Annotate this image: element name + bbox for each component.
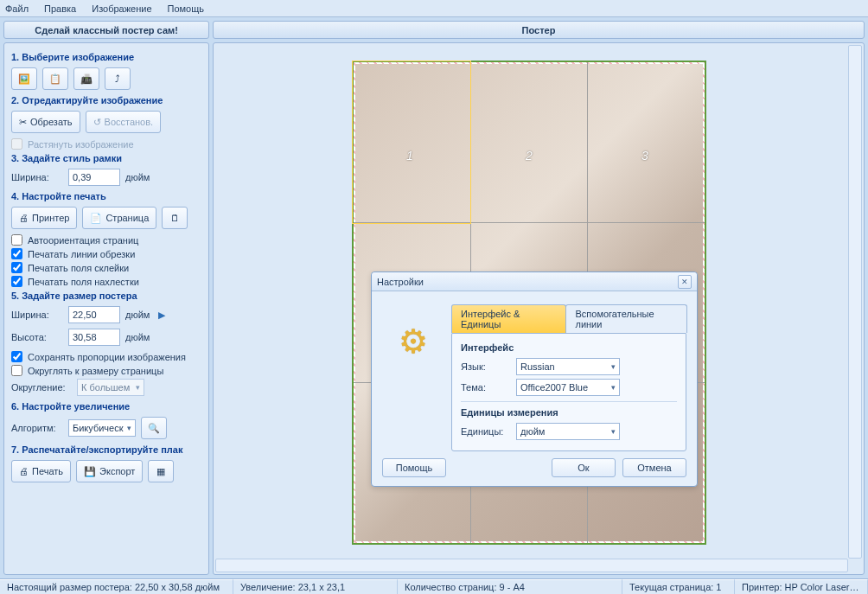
menu-image[interactable]: Изображение (92, 3, 151, 14)
section-1-title: 1. Выберите изображение (11, 52, 201, 62)
units-label: Единицы: (461, 426, 516, 437)
page-setup-icon: 🗒 (170, 213, 180, 223)
status-real-size: Настоящий размер постера: 22,50 x 30,58 … (0, 579, 233, 594)
poster-width-unit: дюйм (125, 310, 150, 320)
crop-button[interactable]: ✂Обрезать (11, 111, 80, 133)
page-label: Страница (105, 213, 149, 223)
border-width-input[interactable] (68, 169, 120, 186)
theme-select[interactable]: Office2007 Blue▾ (516, 379, 620, 396)
paste-image-button[interactable]: 📋 (42, 67, 68, 90)
scanner-icon: 📠 (80, 73, 93, 85)
export-label: Экспорт (99, 466, 135, 476)
crop-label: Обрезать (30, 117, 73, 127)
auto-orient-checkbox[interactable]: Автоориентация страниц (11, 234, 201, 246)
menu-help[interactable]: Помощь (168, 3, 205, 14)
chevron-down-icon: ▾ (611, 362, 616, 371)
page-number-3: 3 (641, 149, 648, 163)
clipboard-icon: 📋 (49, 73, 61, 85)
round-page-checkbox[interactable]: Округлять к размеру страницы (11, 365, 201, 376)
cta-button[interactable]: Сделай классный постер сам! (3, 21, 209, 39)
vertical-scrollbar[interactable] (848, 45, 862, 559)
menubar: Файл Правка Изображение Помощь (0, 0, 868, 17)
border-width-label: Ширина: (11, 172, 63, 182)
statusbar: Настоящий размер постера: 22,50 x 30,58 … (0, 578, 868, 594)
dialog-titlebar[interactable]: Настройки ✕ (372, 272, 697, 291)
keep-ratio-checkbox[interactable]: Сохранять пропорции изображения (11, 351, 201, 362)
rotate-button[interactable]: ⤴ (105, 67, 131, 90)
export-button[interactable]: 💾Экспорт (76, 460, 143, 482)
menu-edit[interactable]: Правка (44, 3, 76, 14)
chevron-down-icon: ▾ (611, 383, 616, 392)
section-7-title: 7. Распечатайте/экспортируйте плак (11, 444, 201, 455)
print-label: Печать (32, 466, 63, 476)
close-icon: ✕ (681, 278, 688, 286)
restore-button[interactable]: ↺Восстанов. (86, 111, 162, 133)
page-number-2: 2 (526, 149, 533, 163)
print-button[interactable]: 🖨Печать (11, 460, 71, 482)
language-label: Язык: (461, 361, 516, 372)
section-2-title: 2. Отредактируйте изображение (11, 95, 201, 105)
stretch-label: Растянуть изображение (28, 139, 134, 150)
poster-width-input[interactable] (68, 306, 120, 323)
printer-icon: 🖨 (19, 213, 29, 223)
horizontal-scrollbar[interactable] (215, 559, 848, 572)
poster-height-unit: дюйм (125, 332, 150, 342)
print-cut-lines-checkbox[interactable]: Печатать линии обрезки (11, 248, 201, 259)
dialog-title-text: Настройки (377, 277, 424, 287)
undo-icon: ↺ (93, 117, 101, 128)
extra-button[interactable]: ▦ (148, 460, 174, 482)
auto-orient-label: Автоориентация страниц (28, 235, 138, 246)
border-width-unit: дюйм (125, 172, 150, 182)
page-setup-button[interactable]: 🗒 (162, 207, 188, 229)
stretch-checkbox[interactable]: Растянуть изображение (11, 138, 201, 150)
close-button[interactable]: ✕ (678, 275, 692, 289)
export-icon: 💾 (84, 466, 96, 477)
magnifier-icon: 🔍 (148, 423, 160, 434)
menu-file[interactable]: Файл (5, 3, 29, 14)
tab-guidelines[interactable]: Вспомогательные линии (565, 304, 687, 333)
group-interface-title: Интерфейс (461, 342, 677, 353)
section-4-title: 4. Настройте печать (11, 191, 201, 201)
sidebar: Сделай классный постер сам! 1. Выберите … (3, 21, 209, 575)
language-select[interactable]: Russian▾ (516, 358, 620, 375)
cancel-button[interactable]: Отмена (622, 458, 686, 477)
rounding-select[interactable]: К большем▾ (77, 379, 144, 396)
selected-page[interactable] (352, 61, 471, 224)
restore-label: Восстанов. (105, 117, 154, 127)
poster-height-label: Высота: (11, 332, 63, 342)
status-current-page: Текущая страница: 1 (622, 579, 735, 594)
help-button[interactable]: Помощь (382, 458, 446, 477)
overlap-label: Печатать поля нахлестки (28, 277, 139, 287)
preview-zoom-button[interactable]: 🔍 (141, 417, 167, 439)
section-3-title: 3. Задайте стиль рамки (11, 153, 201, 163)
print-glue-checkbox[interactable]: Печатать поля склейки (11, 262, 201, 273)
tab-interface[interactable]: Интерфейс & Единицы (451, 304, 566, 333)
theme-label: Тема: (461, 382, 516, 393)
units-value: дюйм (520, 426, 545, 437)
algo-label: Алгоритм: (11, 423, 63, 433)
chevron-down-icon: ▾ (127, 424, 131, 432)
printer-button[interactable]: 🖨Принтер (11, 207, 77, 229)
grid-icon: ▦ (156, 466, 165, 477)
scan-button[interactable]: 📠 (73, 67, 99, 90)
status-zoom: Увеличение: 23,1 x 23,1 (233, 579, 398, 594)
algo-value: Бикубическ (73, 423, 124, 433)
printer-label: Принтер (32, 213, 69, 223)
poster-height-input[interactable] (68, 329, 120, 346)
rotate-icon: ⤴ (115, 73, 120, 84)
rounding-value: К большем (81, 382, 130, 393)
ok-button[interactable]: Ок (552, 458, 616, 477)
keep-ratio-label: Сохранять пропорции изображения (28, 352, 186, 362)
cut-lines-label: Печатать линии обрезки (28, 249, 135, 259)
round-label: Округлять к размеру страницы (28, 366, 163, 376)
algo-select[interactable]: Бикубическ▾ (68, 419, 136, 437)
expand-right-icon[interactable]: ▶ (158, 310, 165, 321)
print-overlap-checkbox[interactable]: Печатать поля нахлестки (11, 276, 201, 287)
printer-icon: 🖨 (19, 466, 29, 476)
page-button[interactable]: 📄Страница (82, 207, 156, 229)
open-image-button[interactable]: 🖼️ (11, 67, 37, 90)
units-select[interactable]: дюйм▾ (516, 423, 620, 440)
group-units-title: Единицы измерения (461, 407, 677, 418)
section-6-title: 6. Настройте увеличение (11, 401, 201, 412)
settings-dialog: Настройки ✕ ⚙ Интерфейс & Единицы Вспомо… (371, 271, 698, 487)
